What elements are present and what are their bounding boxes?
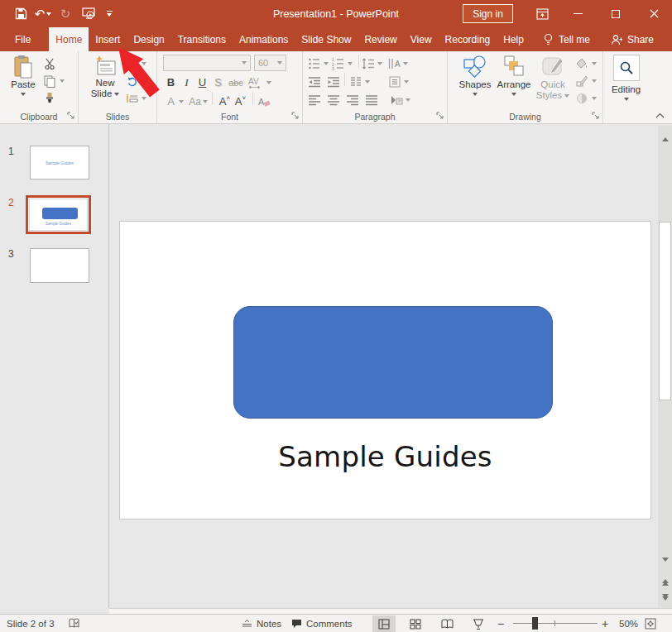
tab-review[interactable]: Review (358, 27, 403, 51)
zoom-in-button[interactable]: + (602, 615, 608, 632)
maximize-button[interactable] (603, 0, 628, 27)
drawing-dialog-launcher[interactable] (592, 112, 600, 120)
align-center-icon[interactable] (327, 93, 340, 107)
align-text-icon[interactable] (388, 75, 401, 89)
tab-slideshow[interactable]: Slide Show (295, 27, 358, 51)
rounded-rectangle-shape[interactable] (233, 306, 553, 419)
shape-outline-button[interactable] (575, 72, 597, 89)
shape-outline-caret-icon (592, 79, 597, 83)
zoom-out-button[interactable]: − (497, 615, 504, 632)
ribbon-display-options-button[interactable] (530, 0, 554, 27)
font-name-combo[interactable] (163, 55, 251, 71)
format-painter-button[interactable] (43, 89, 65, 107)
ribbon-display-options-icon (536, 8, 549, 20)
paste-caret-icon (21, 93, 26, 96)
decrease-font-button[interactable]: A˅ (233, 93, 248, 110)
start-from-beginning-button[interactable] (76, 2, 101, 26)
horizontal-scrollbar[interactable] (109, 608, 672, 614)
justify-icon[interactable] (365, 93, 378, 107)
copy-button[interactable] (43, 72, 65, 89)
paragraph-dialog-launcher[interactable] (436, 112, 444, 120)
reading-view-button[interactable] (435, 615, 458, 632)
bullets-icon[interactable] (308, 57, 321, 70)
shape-fill-button[interactable] (575, 55, 597, 72)
italic-button[interactable]: I (179, 74, 194, 91)
quick-styles-button[interactable]: Quick Styles (534, 55, 572, 107)
numbering-icon[interactable]: 123 (332, 57, 345, 70)
tab-view[interactable]: View (404, 27, 439, 51)
zoom-level[interactable]: 50% (619, 615, 638, 632)
tab-animations[interactable]: Animations (233, 27, 295, 51)
zoom-slider-thumb[interactable] (532, 617, 538, 630)
shape-fill-icon (575, 57, 588, 70)
font-dialog-launcher[interactable] (291, 112, 300, 120)
collapse-ribbon-icon[interactable] (655, 113, 665, 118)
change-case-button[interactable]: Aa (187, 93, 203, 110)
align-left-icon[interactable] (308, 93, 321, 107)
sign-in-button[interactable]: Sign in (463, 4, 513, 23)
spell-check-button[interactable] (68, 615, 80, 632)
minimize-button[interactable] (565, 0, 590, 27)
tab-help[interactable]: Help (497, 27, 530, 51)
tab-file[interactable]: File (8, 27, 37, 51)
previous-slide-button[interactable] (658, 579, 672, 586)
tell-me-button[interactable]: Tell me (537, 27, 597, 51)
slide-counter[interactable]: Slide 2 of 3 (7, 615, 55, 632)
tab-transitions[interactable]: Transitions (171, 27, 233, 51)
reading-view-icon (441, 619, 454, 630)
cut-icon (43, 57, 56, 70)
customize-qat-button[interactable] (101, 2, 118, 26)
arrange-button[interactable]: Arrange (494, 55, 534, 107)
slide-sorter-view-button[interactable] (404, 615, 427, 632)
clear-formatting-icon[interactable]: A (257, 95, 271, 108)
paste-button[interactable]: Paste (7, 55, 40, 107)
save-button[interactable] (10, 2, 31, 26)
scrollbar-thumb[interactable] (659, 222, 671, 400)
slide-caption[interactable]: Sample Guides (120, 440, 650, 473)
spell-check-icon (68, 618, 80, 630)
fit-to-window-button[interactable] (645, 615, 656, 632)
next-slide-button[interactable] (658, 594, 672, 601)
underline-button[interactable]: U (194, 74, 210, 91)
lightbulb-icon (544, 33, 553, 46)
slide-thumbnail-3[interactable] (30, 248, 89, 283)
zoom-slider-track[interactable] (513, 623, 598, 624)
character-spacing-button[interactable]: AV (246, 74, 264, 91)
strikethrough-button[interactable]: abc (226, 74, 246, 91)
notes-button[interactable]: Notes (242, 615, 281, 632)
font-size-combo[interactable]: 60 (254, 55, 286, 71)
decrease-indent-icon[interactable] (308, 75, 321, 89)
scroll-down-button[interactable] (658, 558, 672, 562)
increase-font-button[interactable]: A˄ (217, 93, 233, 110)
text-direction-icon[interactable]: A (387, 57, 401, 70)
undo-caret-icon (46, 12, 51, 16)
redo-button[interactable]: ↻ (55, 2, 76, 26)
tab-home[interactable]: Home (49, 27, 89, 51)
columns-icon[interactable] (349, 75, 362, 89)
normal-view-button[interactable] (372, 615, 396, 632)
editing-button[interactable]: Editing (603, 55, 649, 101)
clipboard-group-label: Clipboard (0, 112, 78, 122)
tab-recording[interactable]: Recording (439, 27, 497, 51)
text-shadow-button[interactable]: S (210, 74, 226, 91)
share-button[interactable]: Share (604, 34, 660, 45)
notes-icon (242, 619, 252, 629)
increase-indent-icon[interactable] (327, 75, 340, 89)
vertical-scrollbar[interactable] (658, 126, 672, 608)
shape-effects-button[interactable] (575, 89, 597, 107)
cut-button[interactable] (43, 55, 65, 72)
slide-canvas[interactable]: Sample Guides (119, 221, 651, 519)
slide-thumbnail-1[interactable]: Sample Guides (30, 146, 89, 180)
undo-button[interactable]: ↶ (31, 2, 55, 26)
clipboard-dialog-launcher[interactable] (67, 112, 75, 120)
line-spacing-icon[interactable] (362, 57, 375, 70)
align-right-icon[interactable] (346, 93, 359, 107)
close-button[interactable] (641, 0, 666, 27)
slide-thumbnail-2[interactable]: Sample Guides (26, 195, 91, 234)
convert-smartart-icon[interactable] (390, 93, 403, 107)
shapes-button[interactable]: Shapes (456, 55, 494, 107)
comments-button[interactable]: Comments (291, 615, 353, 632)
bullets-caret-icon (324, 62, 329, 65)
slideshow-view-button[interactable] (467, 615, 490, 632)
scroll-up-button[interactable] (658, 126, 672, 141)
